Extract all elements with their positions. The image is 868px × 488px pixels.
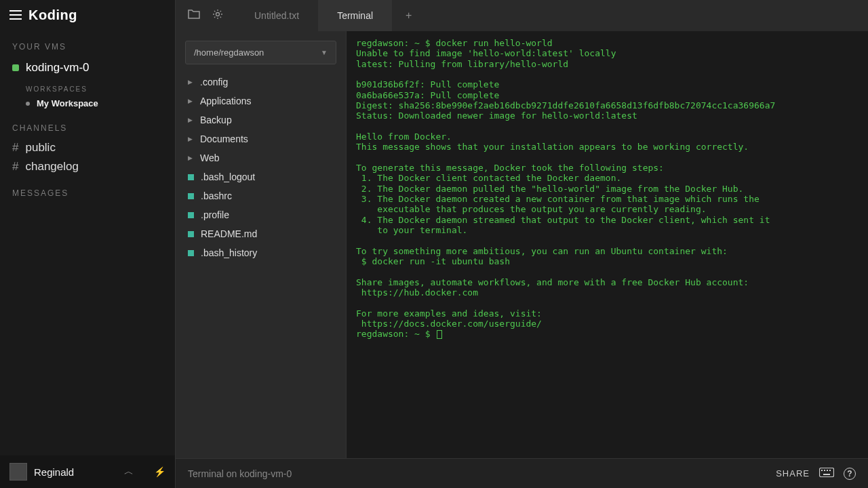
- file-item[interactable]: .bash_logout: [176, 167, 346, 186]
- keyboard-icon[interactable]: [819, 468, 834, 480]
- tab-label: Untitled.txt: [254, 10, 299, 21]
- bolt-icon[interactable]: ⚡: [154, 466, 165, 477]
- brand-name: Koding: [28, 7, 77, 23]
- file-name: .profile: [201, 209, 229, 220]
- chevron-right-icon: ▶: [188, 79, 193, 85]
- workspace-name: My Workspace: [37, 98, 98, 108]
- file-icon: [188, 231, 194, 237]
- vm-item[interactable]: koding-vm-0: [0, 57, 175, 79]
- channel-changelog[interactable]: # changelog: [0, 157, 175, 176]
- file-panel: /home/regdawson ▼ ▶.config ▶Applications…: [176, 31, 347, 458]
- channels-section-label: CHANNELS: [0, 111, 175, 138]
- file-icon: [188, 212, 194, 218]
- folder-item[interactable]: ▶Documents: [176, 129, 346, 148]
- channel-name: changelog: [25, 160, 78, 174]
- new-tab-button[interactable]: +: [392, 0, 425, 31]
- file-name: .bash_history: [201, 247, 257, 258]
- menu-icon[interactable]: [9, 10, 22, 20]
- file-item[interactable]: .bash_history: [176, 243, 346, 262]
- terminal-cursor: [437, 330, 442, 339]
- folder-item[interactable]: ▶Applications: [176, 92, 346, 110]
- tab-label: Terminal: [337, 10, 373, 21]
- terminal-view[interactable]: regdawson: ~ $ docker run hello-world Un…: [347, 31, 868, 458]
- tab-terminal[interactable]: Terminal: [318, 0, 392, 31]
- folder-name: .config: [200, 77, 228, 87]
- file-icon: [188, 174, 194, 180]
- share-button[interactable]: SHARE: [776, 468, 810, 479]
- file-list: ▶.config ▶Applications ▶Backup ▶Document…: [176, 71, 346, 264]
- workspace-item[interactable]: My Workspace: [0, 96, 175, 111]
- channel-name: public: [25, 141, 55, 155]
- brand-header: Koding: [0, 0, 175, 30]
- folder-icon[interactable]: [188, 9, 200, 22]
- folder-item[interactable]: ▶Web: [176, 148, 346, 167]
- file-item[interactable]: .profile: [176, 205, 346, 224]
- workspaces-section-label: WORKSPACES: [0, 79, 175, 96]
- vms-section-label: YOUR VMS: [0, 30, 175, 57]
- chevron-right-icon: ▶: [188, 136, 193, 142]
- path-text: /home/regdawson: [194, 47, 264, 58]
- vm-name: koding-vm-0: [26, 61, 90, 75]
- file-item[interactable]: README.md: [176, 224, 346, 243]
- hash-icon: #: [12, 160, 18, 174]
- svg-rect-2: [821, 470, 823, 471]
- svg-point-0: [216, 13, 220, 16]
- caret-down-icon: ▼: [321, 49, 328, 56]
- tabbar: Untitled.txt Terminal +: [176, 0, 868, 31]
- terminal-output: regdawson: ~ $ docker run hello-world Un…: [356, 38, 775, 329]
- chevron-right-icon: ▶: [188, 98, 193, 104]
- user-bar: Reginald ︿ ⚡: [0, 455, 175, 488]
- terminal-prompt: regdawson: ~ $: [356, 329, 435, 339]
- file-name: README.md: [201, 228, 257, 239]
- svg-rect-6: [823, 474, 830, 475]
- gear-icon[interactable]: [212, 9, 223, 22]
- folder-name: Documents: [200, 134, 248, 144]
- username: Reginald: [34, 466, 117, 478]
- folder-item[interactable]: ▶.config: [176, 73, 346, 92]
- folder-item[interactable]: ▶Backup: [176, 110, 346, 129]
- chevron-up-icon[interactable]: ︿: [124, 466, 134, 478]
- file-name: .bash_logout: [201, 171, 255, 182]
- avatar[interactable]: [9, 463, 27, 481]
- chevron-right-icon: ▶: [188, 155, 193, 161]
- file-name: .bashrc: [201, 190, 232, 201]
- chevron-right-icon: ▶: [188, 117, 193, 123]
- svg-rect-4: [827, 470, 828, 471]
- workspace-bullet-icon: [26, 102, 30, 106]
- hash-icon: #: [12, 141, 18, 155]
- tab-untitled[interactable]: Untitled.txt: [235, 0, 318, 31]
- statusbar: Terminal on koding-vm-0 SHARE ?: [176, 458, 868, 488]
- file-icon: [188, 250, 194, 256]
- svg-rect-1: [820, 468, 834, 476]
- sidebar: Koding YOUR VMS koding-vm-0 WORKSPACES M…: [0, 0, 175, 488]
- path-selector[interactable]: /home/regdawson ▼: [185, 41, 336, 64]
- svg-rect-3: [824, 470, 825, 471]
- channel-public[interactable]: # public: [0, 138, 175, 157]
- help-icon[interactable]: ?: [844, 468, 856, 480]
- folder-name: Web: [200, 152, 220, 163]
- folder-name: Backup: [200, 115, 232, 125]
- main-area: Untitled.txt Terminal + /home/regdawson …: [175, 0, 868, 488]
- file-item[interactable]: .bashrc: [176, 186, 346, 205]
- file-icon: [188, 193, 194, 199]
- folder-name: Applications: [200, 96, 252, 106]
- messages-section-label: MESSAGES: [0, 176, 175, 203]
- vm-status-icon: [12, 64, 19, 71]
- svg-rect-5: [829, 470, 831, 471]
- status-text: Terminal on koding-vm-0: [188, 468, 292, 479]
